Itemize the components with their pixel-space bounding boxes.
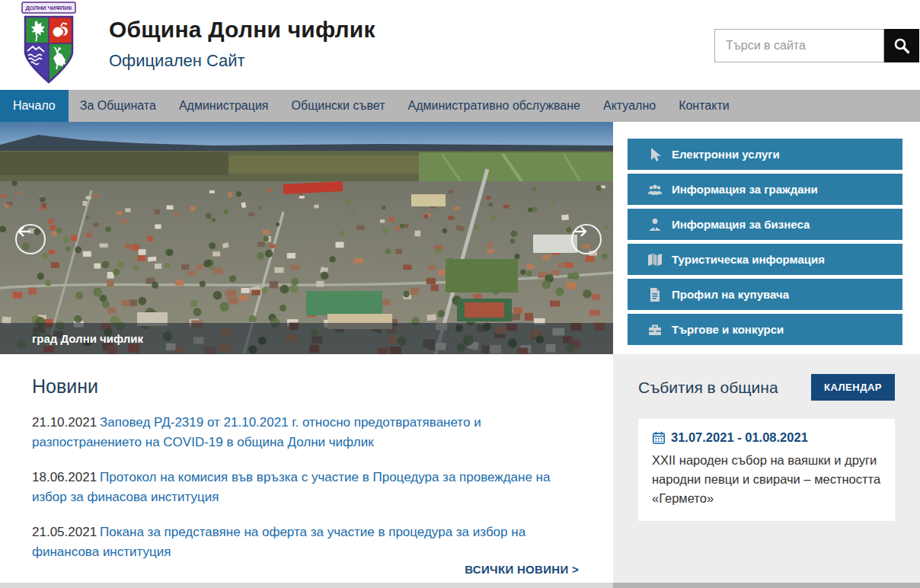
- events-title: Събития в община: [638, 379, 778, 397]
- svg-text:ДОЛНИ ЧИФЛИК: ДОЛНИ ЧИФЛИК: [25, 5, 72, 11]
- map-icon: [647, 252, 663, 267]
- search-box: [714, 29, 919, 62]
- footer-strip: [0, 583, 920, 588]
- events-list: 31.07.2021 - 01.08.2021XXII народен събо…: [638, 419, 895, 521]
- users-icon: [647, 182, 663, 197]
- page: ДОЛНИ ЧИФЛИК: [0, 0, 920, 588]
- all-news-link[interactable]: ВСИЧКИ НОВИНИ >: [465, 563, 579, 576]
- quick-link-label: Информация за бизнеса: [672, 218, 810, 231]
- quick-links-panel: Електронни услугиИнформация за гражданиИ…: [613, 122, 920, 354]
- quick-link-label: Профил на купувача: [672, 288, 789, 301]
- news-title: Новини: [32, 375, 579, 398]
- calendar-button[interactable]: КАЛЕНДАР: [811, 374, 895, 401]
- event-date: 31.07.2021 - 01.08.2021: [652, 430, 881, 445]
- nav-item[interactable]: Актуално: [592, 90, 667, 122]
- briefcase-icon: [647, 322, 663, 337]
- news-date: 21.10.2021: [32, 415, 97, 430]
- nav-item[interactable]: Административно обслужване: [396, 90, 592, 122]
- quick-link-item[interactable]: Информация за бизнеса: [628, 209, 902, 240]
- site-title: Община Долни чифлик: [109, 17, 375, 43]
- quick-link-item[interactable]: Информация за граждани: [628, 174, 902, 205]
- search-button[interactable]: [884, 29, 919, 62]
- search-input[interactable]: [714, 29, 884, 62]
- news-list: 21.10.2021Заповед РД-2319 от 21.10.2021 …: [32, 413, 579, 562]
- slider-caption-bar: град Долни чифлик: [0, 323, 613, 354]
- site-subtitle: Официален Сайт: [109, 51, 375, 71]
- quick-link-label: Електронни услуги: [672, 148, 780, 161]
- event-text: XXII народен събор на ваяшки и други нар…: [652, 451, 881, 507]
- nav-item[interactable]: Администрация: [168, 90, 280, 122]
- user-icon: [647, 217, 663, 232]
- nav-item[interactable]: Начало: [0, 90, 69, 122]
- quick-link-label: Информация за граждани: [672, 183, 818, 196]
- nav-item[interactable]: Контакти: [667, 90, 741, 122]
- slider-prev-button[interactable]: [15, 224, 46, 254]
- arrow-right-icon: [573, 225, 588, 238]
- main-row: град Долни чифлик Електронни услугиИнфор…: [0, 122, 920, 354]
- quick-link-item[interactable]: Профил на купувача: [628, 279, 902, 310]
- quick-link-item[interactable]: Електронни услуги: [628, 139, 902, 170]
- events-header: Събития в община КАЛЕНДАР: [638, 374, 895, 401]
- hero-slider: град Долни чифлик: [0, 122, 613, 354]
- events-section: Събития в община КАЛЕНДАР 31.07.2021 - 0…: [613, 354, 920, 588]
- calendar-icon: [652, 431, 666, 445]
- site-identity: Община Долни чифлик Официален Сайт: [109, 17, 375, 71]
- news-item: 21.05.2021Покана за представяне на оферт…: [32, 522, 579, 562]
- search-icon: [893, 37, 910, 54]
- news-item: 21.10.2021Заповед РД-2319 от 21.10.2021 …: [32, 413, 579, 452]
- news-link[interactable]: Протокол на комисия във връзка с участие…: [32, 470, 550, 504]
- quick-link-label: Туристическа информация: [672, 253, 825, 266]
- news-item: 18.06.2021Протокол на комисия във връзка…: [32, 468, 579, 507]
- header: ДОЛНИ ЧИФЛИК: [0, 0, 920, 90]
- news-date: 21.05.2021: [32, 525, 97, 539]
- nav-item[interactable]: За Общината: [69, 90, 168, 122]
- news-link[interactable]: Заповед РД-2319 от 21.10.2021 г. относно…: [32, 415, 481, 449]
- news-link[interactable]: Покана за представяне на оферта за участ…: [32, 525, 525, 559]
- news-section: Новини 21.10.2021Заповед РД-2319 от 21.1…: [0, 354, 613, 588]
- coat-of-arms-logo[interactable]: ДОЛНИ ЧИФЛИК: [9, 2, 88, 87]
- slider-next-button[interactable]: [571, 224, 602, 254]
- event-card[interactable]: 31.07.2021 - 01.08.2021XXII народен събо…: [638, 419, 895, 521]
- document-icon: [647, 287, 663, 302]
- cursor-icon: [647, 147, 663, 162]
- slider-caption: град Долни чифлик: [32, 332, 143, 345]
- hero-aerial-photo: [0, 122, 613, 354]
- nav-item[interactable]: Общински съвет: [280, 90, 397, 122]
- main-nav: НачалоЗа ОбщинатаАдминистрацияОбщински с…: [0, 90, 920, 122]
- arrow-left-icon: [17, 225, 32, 238]
- news-date: 18.06.2021: [32, 470, 97, 484]
- quick-link-item[interactable]: Туристическа информация: [628, 244, 902, 275]
- quick-link-item[interactable]: Търгове и конкурси: [628, 314, 902, 345]
- quick-link-label: Търгове и конкурси: [672, 323, 784, 336]
- bottom-row: Новини 21.10.2021Заповед РД-2319 от 21.1…: [0, 354, 920, 588]
